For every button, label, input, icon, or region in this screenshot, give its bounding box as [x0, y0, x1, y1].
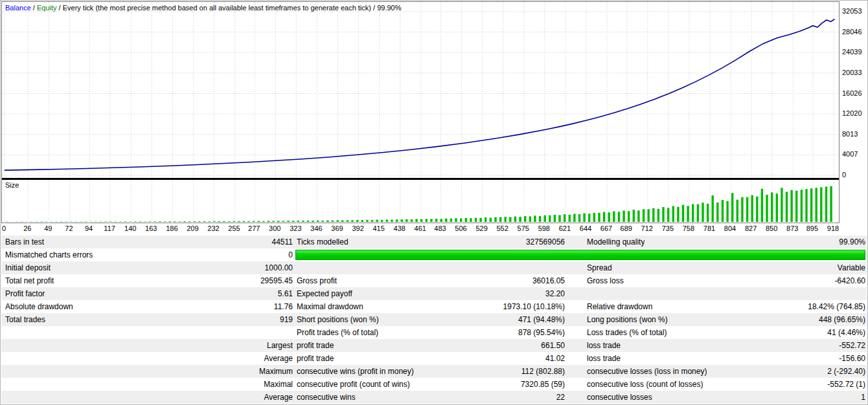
table-row: Initial deposit1000.00SpreadVariable [1, 261, 867, 274]
stat-value: 99.90% [656, 235, 865, 248]
stat-label: Profit trades (% of total) [297, 326, 378, 339]
x-axis-label: 918 [827, 224, 839, 232]
stat-value: Average [98, 391, 293, 404]
x-axis-label: 277 [248, 224, 260, 232]
stat-value: 0 [98, 248, 293, 261]
table-row: Absolute drawdown11.76Maximal drawdown19… [1, 300, 867, 313]
stat-value: -156.60 [656, 352, 865, 365]
x-axis-label: 117 [104, 224, 115, 232]
y-axis-label: 4007 [842, 150, 858, 158]
stat-label: Gross loss [587, 274, 624, 287]
x-axis-label: 529 [475, 224, 487, 232]
table-row: Averageconsecutive wins22consecutive los… [1, 391, 867, 404]
stat-value: 878 (95.54%) [377, 326, 565, 339]
stat-value: 1 [656, 391, 865, 404]
x-axis-label: 0 [2, 224, 6, 232]
stat-value: Maximal [98, 378, 293, 391]
table-row: Profit factor5.61Expected payoff32.20 [1, 287, 867, 300]
table-row: Mismatched charts errors0 [1, 248, 867, 261]
modelling-quality-inline: 99.90% [377, 4, 401, 12]
x-axis-label: 689 [621, 224, 632, 232]
stat-label: profit trade [297, 352, 334, 365]
y-axis-label: 20033 [842, 69, 862, 76]
x-axis-labels: 0264972941171401631862092322552773003233… [1, 224, 839, 234]
size-label: Size [5, 181, 19, 189]
legend-separator: / [57, 4, 63, 12]
y-axis-label: 0 [842, 171, 846, 179]
stat-value: 2 (-292.40) [656, 365, 865, 378]
stat-label: Absolute drawdown [5, 300, 73, 313]
x-axis-label: 232 [207, 224, 219, 232]
table-row: Averageprofit trade41.02loss trade-156.6… [1, 352, 867, 365]
chart-legend: Balance / Equity / Every tick (the most … [5, 4, 401, 12]
x-axis-label: 461 [415, 224, 426, 232]
stat-value: -552.72 [656, 339, 865, 352]
x-axis-label: 255 [228, 224, 240, 232]
stat-value: 327569056 [377, 235, 565, 248]
stat-value: 112 (802.88) [377, 365, 565, 378]
stat-value: 41 (4.46%) [656, 326, 865, 339]
stat-value: 44511 [98, 235, 293, 248]
x-axis-label: 438 [394, 224, 405, 232]
stat-value: 448 (96.65%) [656, 313, 865, 326]
stat-value: 18.42% (764.85) [656, 300, 865, 313]
stat-value: -552.72 (1) [656, 378, 865, 391]
y-axis-label: 28046 [842, 28, 862, 36]
stat-label: Expected payoff [297, 287, 352, 300]
y-axis-label: 24039 [842, 48, 862, 56]
x-axis-label: 575 [518, 224, 529, 232]
x-axis-label: 186 [166, 224, 177, 232]
legend-separator: / [31, 4, 37, 12]
table-row: Total net profit29595.45Gross profit3601… [1, 274, 867, 287]
x-axis-label: 346 [310, 224, 322, 232]
stat-value: Variable [656, 261, 865, 274]
x-axis-label: 369 [331, 224, 343, 232]
x-axis-label: 873 [786, 224, 798, 232]
strategy-tester-report: Balance / Equity / Every tick (the most … [0, 0, 868, 405]
table-row: Profit trades (% of total)878 (95.54%)Lo… [1, 326, 867, 339]
x-axis-label: 483 [434, 224, 446, 232]
x-axis-label: 323 [290, 224, 301, 232]
stat-value: 22 [377, 391, 565, 404]
x-axis-label: 895 [806, 224, 818, 232]
stat-label: loss trade [587, 339, 621, 352]
legend-separator: / [371, 4, 377, 12]
stat-label: consecutive wins [297, 391, 356, 404]
x-axis-label: 781 [703, 224, 715, 232]
stat-value: Maximum [98, 365, 293, 378]
stat-value: 1973.10 (10.18%) [377, 300, 565, 313]
y-axis-label: 12020 [842, 109, 862, 117]
stat-label: Maximal drawdown [297, 300, 363, 313]
stat-label: Total trades [5, 313, 45, 326]
x-axis-label: 850 [766, 224, 777, 232]
table-row: Maximalconsecutive profit (count of wins… [1, 378, 867, 391]
x-axis-label: 49 [44, 224, 52, 232]
x-axis-label: 827 [745, 224, 757, 232]
x-axis-label: 735 [662, 224, 674, 232]
balance-equity-chart [2, 2, 839, 178]
stat-value: Average [98, 352, 293, 365]
x-axis-label: 758 [683, 224, 694, 232]
x-axis-label: 621 [559, 224, 571, 232]
y-axis-label: 8013 [842, 130, 858, 138]
x-axis-label: 667 [600, 224, 612, 232]
size-bars-chart [2, 180, 839, 223]
stat-label: Total net profit [5, 274, 54, 287]
x-axis-label: 140 [124, 224, 136, 232]
stat-value: 919 [98, 313, 293, 326]
stat-label: consecutive losses [587, 391, 652, 404]
stat-label: profit trade [297, 339, 334, 352]
stat-value: 32.20 [377, 287, 565, 300]
stat-value: Largest [98, 339, 293, 352]
model-description: Every tick (the most precise method base… [63, 4, 371, 12]
x-axis-label: 415 [372, 224, 384, 232]
x-axis-label: 300 [269, 224, 280, 232]
size-bars [6, 186, 832, 222]
stat-value: 36016.05 [377, 274, 565, 287]
table-row: Bars in test44511Ticks modelled327569056… [1, 235, 867, 248]
x-axis-label: 26 [23, 224, 31, 232]
stat-label: Profit factor [5, 287, 45, 300]
stat-value: 5.61 [98, 287, 293, 300]
x-axis-label: 72 [65, 224, 73, 232]
x-axis-label: 209 [187, 224, 198, 232]
